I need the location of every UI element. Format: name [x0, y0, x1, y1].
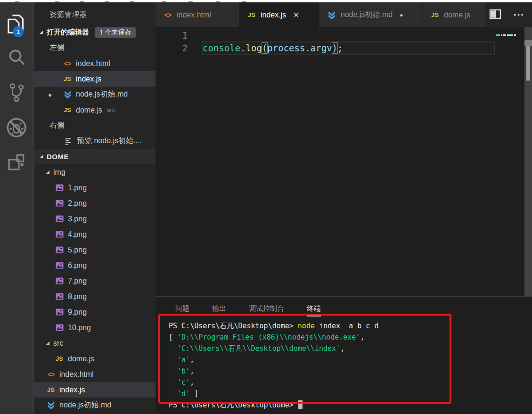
terminal-cursor: [298, 400, 303, 409]
sidebar-title: 资源管理器: [34, 2, 156, 24]
unsaved-count-badge: 1: [13, 26, 24, 37]
git-branch-icon: [6, 82, 27, 105]
open-editor-item[interactable]: ● node.js初始.md: [34, 87, 156, 102]
image-icon: [55, 308, 64, 317]
tab-debug-console[interactable]: 调试控制台: [249, 304, 284, 317]
line-number: 2: [156, 42, 188, 55]
split-editor-icon[interactable]: [489, 9, 501, 21]
tree-file-indexhtml[interactable]: <> index.html: [34, 366, 156, 382]
tree-folder-img[interactable]: img: [34, 164, 156, 180]
js-icon: JS: [46, 386, 56, 394]
activity-bar: 1: [0, 2, 33, 414]
chevron-expanded-icon: [46, 341, 49, 345]
menu-bar-remnant: [0, 0, 532, 2]
code-editor[interactable]: 1 2 console.log(process.argv);: [156, 27, 532, 296]
tab-dome-js[interactable]: JS dome.js: [423, 2, 485, 27]
bottom-panel: 问题 输出 调试控制台 终端 PS C:\Users\石凡\Desktop\do…: [156, 296, 532, 414]
terminal-line: PS C:\Users\石凡\Desktop\dome> node index …: [169, 320, 527, 332]
dirty-dot-icon[interactable]: ●: [400, 12, 403, 18]
terminal-line: 'd' ]: [169, 388, 527, 399]
chevron-expanded-icon: [40, 155, 43, 158]
tab-index-html[interactable]: <> index.html: [156, 2, 239, 27]
tab-problems[interactable]: 问题: [175, 304, 189, 317]
editor-scrollbar[interactable]: [524, 27, 532, 296]
js-icon: JS: [55, 355, 64, 363]
html-icon: <>: [46, 370, 56, 379]
editor-tab-bar: <> index.html JS index.js ✕ node.js初始.md…: [156, 2, 532, 27]
open-editors-label: 打开的编辑器: [47, 28, 89, 37]
debug-disabled-icon: [5, 116, 28, 141]
line-number: 1: [156, 29, 188, 42]
js-icon: JS: [63, 106, 72, 114]
open-editor-preview-item[interactable]: 预览 node.js初始....: [34, 133, 156, 149]
explorer-sidebar: 资源管理器 打开的编辑器 1 个未保存 左侧 <> index.html JS …: [33, 2, 156, 414]
editor-group-label-right: 右侧: [34, 118, 156, 133]
code-line-2: console.log(process.argv);: [203, 42, 343, 55]
markdown-icon: [63, 90, 72, 99]
tree-file-png[interactable]: 9.png: [34, 304, 156, 320]
js-icon: JS: [63, 75, 72, 83]
tab-node-md[interactable]: node.js初始.md ●: [319, 2, 423, 27]
open-editor-item-selected[interactable]: JS index.js: [34, 71, 156, 87]
tree-file-png[interactable]: 1.png: [34, 180, 156, 195]
search-icon: [6, 47, 27, 70]
debug-activity-button[interactable]: [0, 116, 33, 141]
tree-file-png[interactable]: 8.png: [34, 289, 156, 304]
terminal-output[interactable]: PS C:\Users\石凡\Desktop\dome> node index …: [169, 320, 527, 411]
markdown-icon: [327, 11, 336, 19]
tree-folder-src[interactable]: src: [34, 335, 156, 351]
tree-file-png[interactable]: 5.png: [34, 242, 156, 258]
tab-index-js-active[interactable]: JS index.js ✕: [239, 2, 319, 27]
tree-file-indexjs-selected[interactable]: JS index.js: [34, 382, 156, 398]
panel-tab-bar: 问题 输出 调试控制台 终端: [156, 297, 532, 317]
tree-file-png[interactable]: 3.png: [34, 211, 156, 227]
terminal-line: 'c' ],: [169, 377, 527, 388]
more-actions-icon[interactable]: ···: [514, 9, 524, 20]
image-icon: [55, 199, 64, 208]
open-editors-section-header[interactable]: 打开的编辑器 1 个未保存: [34, 24, 156, 40]
unsaved-badge: 1 个未保存: [95, 27, 136, 38]
dirty-dot-icon: ●: [48, 91, 52, 98]
explorer-activity-button[interactable]: 1: [0, 12, 33, 36]
folder-section-header-dome[interactable]: DOME: [34, 149, 156, 164]
chevron-expanded-icon: [40, 31, 43, 34]
tree-file-png[interactable]: 7.png: [34, 273, 156, 289]
terminal-line: 'b',: [169, 365, 527, 377]
minimap[interactable]: [496, 33, 524, 37]
tree-file-png[interactable]: 10.png: [34, 320, 156, 335]
terminal-line: 'a',: [169, 354, 527, 365]
tab-terminal-active[interactable]: 终端: [307, 304, 321, 317]
js-icon: JS: [430, 11, 440, 19]
open-editor-item[interactable]: JS dome.js src: [34, 102, 156, 118]
editor-group-label-left: 左侧: [34, 40, 156, 56]
tab-output[interactable]: 输出: [212, 304, 226, 317]
tree-file-domejs[interactable]: JS dome.js: [34, 351, 156, 366]
tree-file-png[interactable]: 6.png: [34, 258, 156, 273]
search-activity-button[interactable]: [0, 46, 33, 71]
image-icon: [55, 292, 64, 301]
markdown-icon: [46, 401, 56, 410]
tree-file-nodemd[interactable]: node.js初始.md: [34, 398, 156, 413]
extensions-activity-button[interactable]: [0, 151, 33, 176]
image-icon: [55, 277, 64, 285]
tree-file-png[interactable]: 2.png: [34, 195, 156, 211]
js-icon: JS: [247, 11, 256, 19]
editor-actions: ···: [489, 2, 532, 27]
extensions-icon: [6, 152, 27, 175]
tree-file-png[interactable]: 4.png: [34, 227, 156, 242]
image-icon: [55, 246, 64, 254]
image-icon: [55, 324, 64, 332]
preview-lines-icon: [64, 137, 73, 146]
terminal-line: [ 'D:\\Program Files (x86)\\nodejs\\node…: [169, 332, 527, 343]
open-editor-item[interactable]: <> index.html: [34, 56, 156, 71]
close-icon[interactable]: ✕: [293, 11, 299, 19]
image-icon: [55, 261, 64, 270]
file-path-detail: src: [107, 106, 115, 114]
scrollbar-cap[interactable]: [524, 40, 532, 46]
scrollbar-handle[interactable]: [526, 46, 530, 81]
image-icon: [55, 184, 64, 192]
html-icon: <>: [163, 11, 172, 19]
image-icon: [55, 215, 64, 223]
root-folder-label: DOME: [47, 153, 69, 161]
source-control-activity-button[interactable]: [0, 81, 33, 106]
